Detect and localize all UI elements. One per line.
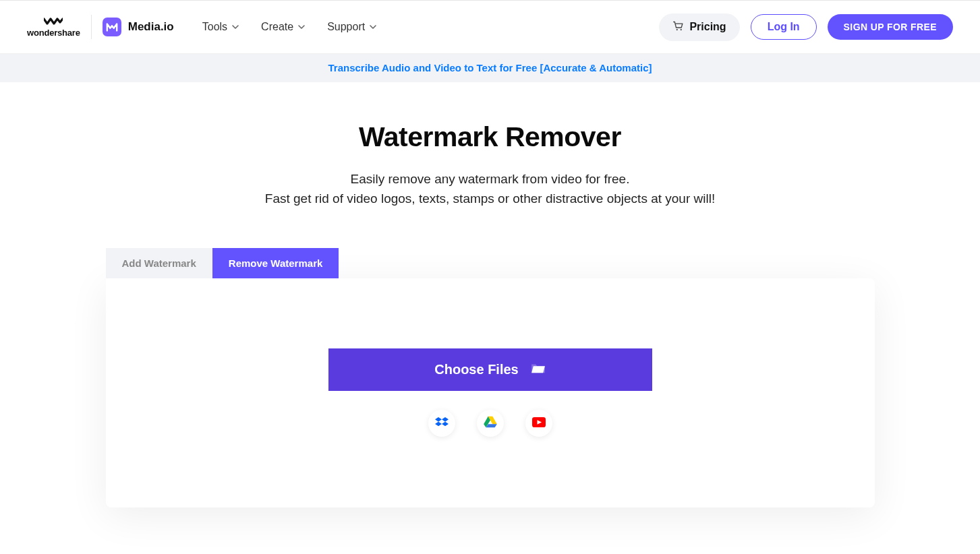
tab-bar: Add Watermark Remove Watermark [106, 248, 875, 278]
google-drive-source-button[interactable] [477, 410, 504, 437]
login-button[interactable]: Log In [751, 14, 817, 40]
promo-banner: Transcribe Audio and Video to Text for F… [0, 54, 980, 82]
nav-support[interactable]: Support [327, 21, 377, 33]
pricing-button[interactable]: Pricing [659, 13, 739, 41]
tab-add-watermark[interactable]: Add Watermark [106, 248, 212, 278]
login-label: Log In [768, 21, 800, 32]
folder-icon [531, 362, 546, 377]
nav-create[interactable]: Create [261, 21, 306, 33]
mediaio-text: Media.io [128, 20, 174, 34]
hero-description: Easily remove any watermark from video f… [0, 169, 980, 209]
brand-divider [91, 15, 92, 39]
choose-files-button[interactable]: Choose Files [328, 348, 652, 391]
header-actions: Pricing Log In SIGN UP FOR FREE [659, 13, 953, 41]
brand-group: wondershare Media.io [27, 15, 174, 39]
signup-button[interactable]: SIGN UP FOR FREE [828, 14, 953, 40]
pricing-label: Pricing [689, 21, 726, 33]
cart-icon [672, 20, 684, 34]
svg-point-0 [676, 28, 678, 30]
hero-desc-line2: Fast get rid of video logos, texts, stam… [265, 191, 715, 206]
hero-desc-line1: Easily remove any watermark from video f… [351, 172, 630, 186]
choose-files-label: Choose Files [434, 362, 518, 377]
hero-section: Watermark Remover Easily remove any wate… [0, 82, 980, 209]
wondershare-mark-icon [44, 17, 63, 26]
main-nav: Tools Create Support [202, 21, 377, 33]
chevron-down-icon [369, 23, 377, 31]
youtube-icon [532, 417, 546, 430]
youtube-source-button[interactable] [525, 410, 552, 437]
upload-source-row [428, 410, 552, 437]
top-navbar: wondershare Media.io Tools Create Suppor… [0, 0, 980, 54]
upload-card: Choose Files [106, 278, 875, 507]
signup-label: SIGN UP FOR FREE [844, 22, 937, 32]
promo-link[interactable]: Transcribe Audio and Video to Text for F… [328, 62, 652, 73]
chevron-down-icon [297, 23, 306, 31]
nav-create-label: Create [261, 21, 293, 33]
mediaio-icon [103, 18, 121, 36]
dropbox-source-button[interactable] [428, 410, 455, 437]
nav-tools[interactable]: Tools [202, 21, 239, 33]
wondershare-text: wondershare [27, 28, 80, 38]
tab-remove-watermark[interactable]: Remove Watermark [212, 248, 339, 278]
google-drive-icon [484, 416, 497, 431]
nav-tools-label: Tools [202, 21, 227, 33]
nav-support-label: Support [327, 21, 365, 33]
svg-point-1 [681, 28, 682, 30]
mediaio-logo[interactable]: Media.io [103, 18, 174, 36]
chevron-down-icon [231, 23, 239, 31]
dropbox-icon [435, 417, 449, 431]
page-title: Watermark Remover [0, 121, 980, 153]
wondershare-logo[interactable]: wondershare [27, 17, 80, 38]
tool-area: Add Watermark Remove Watermark Choose Fi… [106, 248, 875, 507]
